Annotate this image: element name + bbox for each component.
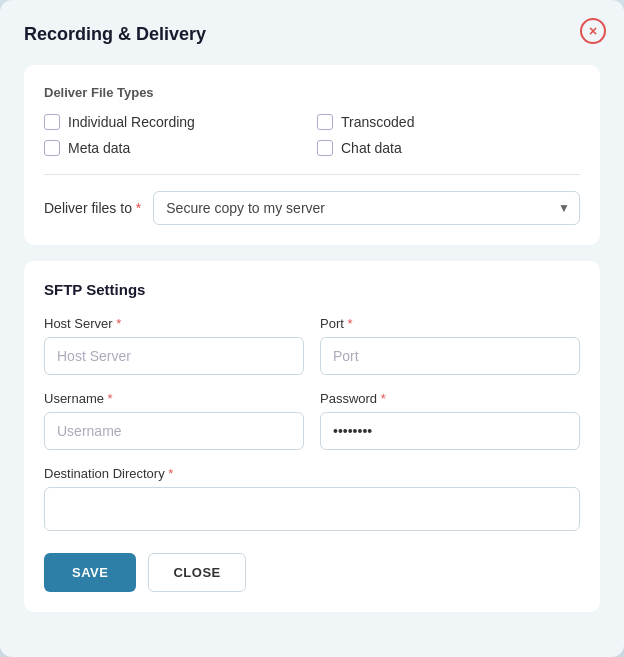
checkbox-individual-recording-label: Individual Recording (68, 114, 195, 130)
deliver-files-select-wrapper: Secure copy to my server FTP Amazon S3 ▼ (153, 191, 580, 225)
checkbox-meta-data-label: Meta data (68, 140, 130, 156)
checkbox-individual-recording[interactable]: Individual Recording (44, 114, 307, 130)
checkbox-meta-data[interactable]: Meta data (44, 140, 307, 156)
port-input[interactable] (320, 337, 580, 375)
checkbox-chat-data[interactable]: Chat data (317, 140, 580, 156)
deliver-file-types-label: Deliver File Types (44, 85, 580, 100)
button-row: SAVE CLOSE (44, 553, 580, 592)
recording-delivery-modal: Recording & Delivery × Deliver File Type… (0, 0, 624, 657)
username-input[interactable] (44, 412, 304, 450)
divider (44, 174, 580, 175)
host-server-input[interactable] (44, 337, 304, 375)
username-required-star: * (108, 391, 113, 406)
deliver-files-to-label: Deliver files to * (44, 200, 141, 216)
password-label: Password * (320, 391, 580, 406)
checkbox-chat-data-input[interactable] (317, 140, 333, 156)
deliver-file-types-card: Deliver File Types Individual Recording … (24, 65, 600, 245)
password-group: Password * (320, 391, 580, 450)
checkbox-transcoded[interactable]: Transcoded (317, 114, 580, 130)
destination-directory-required-star: * (168, 466, 173, 481)
checkbox-transcoded-label: Transcoded (341, 114, 414, 130)
port-group: Port * (320, 316, 580, 375)
sftp-settings-section: SFTP Settings Host Server * Port * (24, 261, 600, 612)
destination-directory-input[interactable] (44, 487, 580, 531)
port-required-star: * (347, 316, 352, 331)
modal-close-icon-button[interactable]: × (580, 18, 606, 44)
destination-directory-label: Destination Directory * (44, 466, 580, 481)
deliver-files-required-star: * (136, 200, 141, 216)
deliver-files-to-select[interactable]: Secure copy to my server FTP Amazon S3 (153, 191, 580, 225)
checkbox-individual-recording-input[interactable] (44, 114, 60, 130)
password-required-star: * (381, 391, 386, 406)
modal-title: Recording & Delivery (24, 24, 600, 45)
password-input[interactable] (320, 412, 580, 450)
sftp-settings-title: SFTP Settings (44, 281, 580, 298)
close-button[interactable]: CLOSE (148, 553, 245, 592)
username-group: Username * (44, 391, 304, 450)
checkbox-meta-data-input[interactable] (44, 140, 60, 156)
checkbox-grid: Individual Recording Transcoded Meta dat… (44, 114, 580, 156)
checkbox-transcoded-input[interactable] (317, 114, 333, 130)
host-server-required-star: * (116, 316, 121, 331)
checkbox-chat-data-label: Chat data (341, 140, 402, 156)
sftp-form-grid: Host Server * Port * Username * (44, 316, 580, 531)
port-label: Port * (320, 316, 580, 331)
destination-directory-group: Destination Directory * (44, 466, 580, 531)
host-server-group: Host Server * (44, 316, 304, 375)
host-server-label: Host Server * (44, 316, 304, 331)
deliver-files-to-row: Deliver files to * Secure copy to my ser… (44, 191, 580, 225)
username-label: Username * (44, 391, 304, 406)
save-button[interactable]: SAVE (44, 553, 136, 592)
